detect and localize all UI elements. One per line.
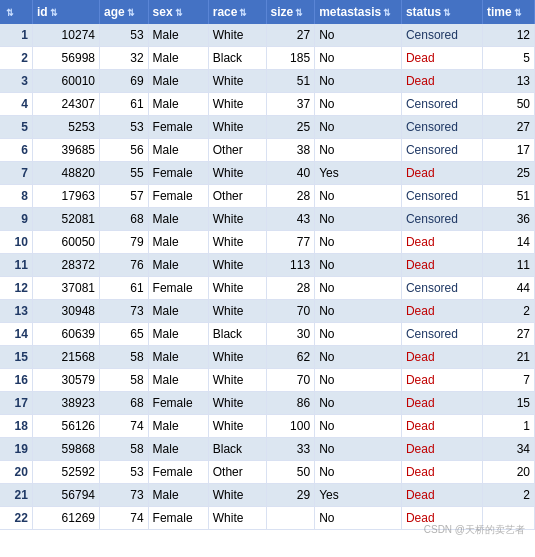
th-size[interactable]: size⇅ xyxy=(266,0,315,24)
data-table: ⇅ id⇅ age⇅ sex⇅ race⇅ size⇅ metastasis⇅ … xyxy=(0,0,535,530)
table-row: 9 52081 68 Male White 43 No Censored 36 xyxy=(0,208,535,231)
cell-age: 57 xyxy=(99,185,148,208)
cell-size: 50 xyxy=(266,461,315,484)
cell-status: Dead xyxy=(401,162,482,185)
sort-icon-rownum: ⇅ xyxy=(6,8,14,18)
cell-metastasis: No xyxy=(315,185,402,208)
th-sex[interactable]: sex⇅ xyxy=(148,0,208,24)
cell-age: 53 xyxy=(99,24,148,47)
cell-rownum: 8 xyxy=(0,185,32,208)
cell-status: Dead xyxy=(401,231,482,254)
cell-size: 185 xyxy=(266,47,315,70)
cell-status: Dead xyxy=(401,392,482,415)
cell-race: White xyxy=(208,369,266,392)
cell-metastasis: No xyxy=(315,438,402,461)
cell-rownum: 21 xyxy=(0,484,32,507)
cell-sex: Male xyxy=(148,231,208,254)
cell-id: 37081 xyxy=(32,277,99,300)
cell-rownum: 6 xyxy=(0,139,32,162)
cell-age: 58 xyxy=(99,369,148,392)
th-race[interactable]: race⇅ xyxy=(208,0,266,24)
cell-time: 34 xyxy=(482,438,534,461)
cell-status: Dead xyxy=(401,507,482,530)
table-body: 1 10274 53 Male White 27 No Censored 12 … xyxy=(0,24,535,530)
cell-id: 30579 xyxy=(32,369,99,392)
cell-metastasis: Yes xyxy=(315,484,402,507)
cell-race: White xyxy=(208,346,266,369)
cell-rownum: 2 xyxy=(0,47,32,70)
cell-status: Censored xyxy=(401,208,482,231)
th-id[interactable]: id⇅ xyxy=(32,0,99,24)
cell-race: White xyxy=(208,300,266,323)
table-row: 21 56794 73 Male White 29 Yes Dead 2 xyxy=(0,484,535,507)
table-row: 13 30948 73 Male White 70 No Dead 2 xyxy=(0,300,535,323)
cell-race: White xyxy=(208,70,266,93)
cell-sex: Male xyxy=(148,70,208,93)
cell-time: 13 xyxy=(482,70,534,93)
table-row: 15 21568 58 Male White 62 No Dead 21 xyxy=(0,346,535,369)
cell-size: 62 xyxy=(266,346,315,369)
cell-race: White xyxy=(208,208,266,231)
cell-age: 68 xyxy=(99,392,148,415)
cell-id: 60050 xyxy=(32,231,99,254)
cell-id: 61269 xyxy=(32,507,99,530)
th-age[interactable]: age⇅ xyxy=(99,0,148,24)
cell-age: 55 xyxy=(99,162,148,185)
th-time[interactable]: time⇅ xyxy=(482,0,534,24)
cell-id: 48820 xyxy=(32,162,99,185)
cell-size: 51 xyxy=(266,70,315,93)
table-row: 22 61269 74 Female White No Dead xyxy=(0,507,535,530)
cell-size: 43 xyxy=(266,208,315,231)
cell-metastasis: No xyxy=(315,369,402,392)
cell-status: Dead xyxy=(401,461,482,484)
cell-metastasis: No xyxy=(315,507,402,530)
cell-size: 27 xyxy=(266,24,315,47)
cell-status: Censored xyxy=(401,139,482,162)
cell-time: 15 xyxy=(482,392,534,415)
cell-status: Censored xyxy=(401,116,482,139)
cell-age: 32 xyxy=(99,47,148,70)
cell-id: 17963 xyxy=(32,185,99,208)
cell-time: 14 xyxy=(482,231,534,254)
table-row: 3 60010 69 Male White 51 No Dead 13 xyxy=(0,70,535,93)
cell-id: 56126 xyxy=(32,415,99,438)
sort-icon-race: ⇅ xyxy=(239,8,247,18)
sort-icon-metastasis: ⇅ xyxy=(383,8,391,18)
cell-id: 5253 xyxy=(32,116,99,139)
cell-metastasis: No xyxy=(315,254,402,277)
cell-race: White xyxy=(208,507,266,530)
cell-status: Dead xyxy=(401,346,482,369)
cell-metastasis: No xyxy=(315,24,402,47)
cell-rownum: 5 xyxy=(0,116,32,139)
table-row: 18 56126 74 Male White 100 No Dead 1 xyxy=(0,415,535,438)
cell-race: Other xyxy=(208,185,266,208)
table-row: 16 30579 58 Male White 70 No Dead 7 xyxy=(0,369,535,392)
cell-id: 60010 xyxy=(32,70,99,93)
cell-size: 77 xyxy=(266,231,315,254)
cell-sex: Male xyxy=(148,300,208,323)
cell-time: 1 xyxy=(482,415,534,438)
cell-id: 30948 xyxy=(32,300,99,323)
cell-time: 12 xyxy=(482,24,534,47)
cell-rownum: 20 xyxy=(0,461,32,484)
cell-id: 52592 xyxy=(32,461,99,484)
cell-sex: Male xyxy=(148,139,208,162)
th-rownum[interactable]: ⇅ xyxy=(0,0,32,24)
table-header-row: ⇅ id⇅ age⇅ sex⇅ race⇅ size⇅ metastasis⇅ … xyxy=(0,0,535,24)
th-status[interactable]: status⇅ xyxy=(401,0,482,24)
cell-age: 58 xyxy=(99,346,148,369)
cell-race: White xyxy=(208,24,266,47)
cell-size: 70 xyxy=(266,369,315,392)
cell-rownum: 4 xyxy=(0,93,32,116)
cell-metastasis: No xyxy=(315,415,402,438)
cell-status: Censored xyxy=(401,277,482,300)
cell-metastasis: No xyxy=(315,70,402,93)
th-metastasis[interactable]: metastasis⇅ xyxy=(315,0,402,24)
table-row: 6 39685 56 Male Other 38 No Censored 17 xyxy=(0,139,535,162)
cell-metastasis: No xyxy=(315,231,402,254)
table-row: 8 17963 57 Female Other 28 No Censored 5… xyxy=(0,185,535,208)
cell-metastasis: No xyxy=(315,323,402,346)
cell-metastasis: Yes xyxy=(315,162,402,185)
cell-age: 65 xyxy=(99,323,148,346)
cell-rownum: 18 xyxy=(0,415,32,438)
